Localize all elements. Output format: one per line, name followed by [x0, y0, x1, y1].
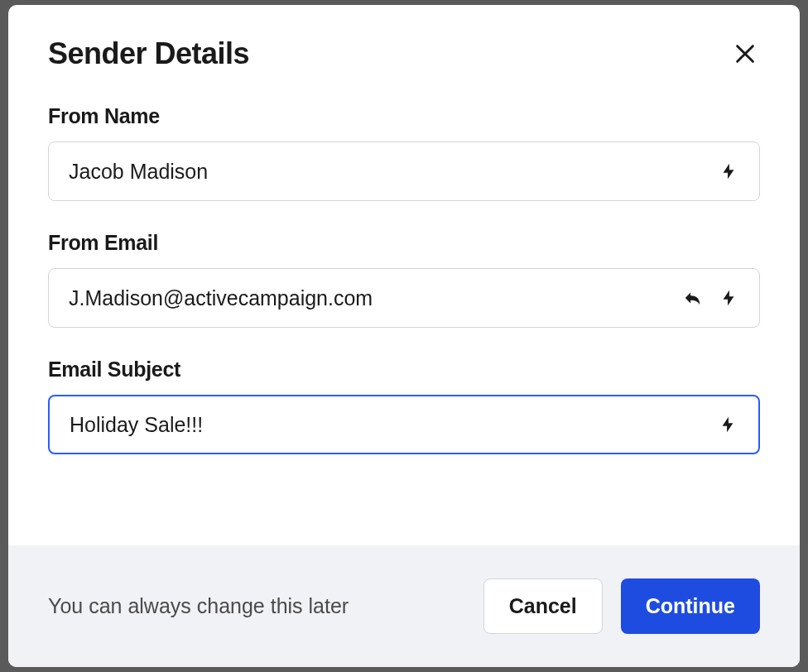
footer-buttons: Cancel Continue [483, 578, 760, 634]
from-name-input[interactable] [49, 142, 718, 200]
reply-icon [683, 289, 701, 307]
personalization-button[interactable] [718, 287, 739, 309]
email-subject-group: Email Subject [48, 358, 760, 454]
from-email-group: From Email [48, 231, 760, 328]
from-name-input-wrapper [48, 142, 760, 201]
from-name-input-icons [718, 161, 759, 182]
personalization-button[interactable] [718, 161, 739, 182]
email-subject-input[interactable] [50, 396, 717, 453]
modal-body: From Name From Email [8, 71, 800, 545]
reply-button[interactable] [681, 287, 703, 309]
close-icon [733, 42, 757, 65]
sender-details-modal: Sender Details From Name [8, 5, 800, 667]
personalization-button[interactable] [717, 414, 738, 435]
email-subject-label: Email Subject [48, 358, 760, 382]
from-email-label: From Email [48, 231, 760, 255]
modal-footer: You can always change this later Cancel … [8, 545, 800, 667]
from-name-group: From Name [48, 104, 760, 201]
close-button[interactable] [730, 39, 760, 69]
email-subject-input-wrapper [48, 395, 760, 454]
email-subject-input-icons [717, 414, 758, 435]
from-email-input-wrapper [48, 268, 760, 328]
continue-button[interactable]: Continue [621, 578, 760, 634]
lightning-icon [719, 415, 737, 434]
from-email-input-icons [681, 287, 759, 309]
lightning-icon [719, 162, 738, 180]
modal-header: Sender Details [8, 5, 800, 71]
from-email-input[interactable] [49, 269, 681, 327]
footer-helper-text: You can always change this later [48, 594, 349, 618]
modal-title: Sender Details [48, 36, 249, 71]
from-name-label: From Name [48, 104, 760, 128]
cancel-button[interactable]: Cancel [483, 578, 603, 634]
lightning-icon [719, 289, 738, 307]
